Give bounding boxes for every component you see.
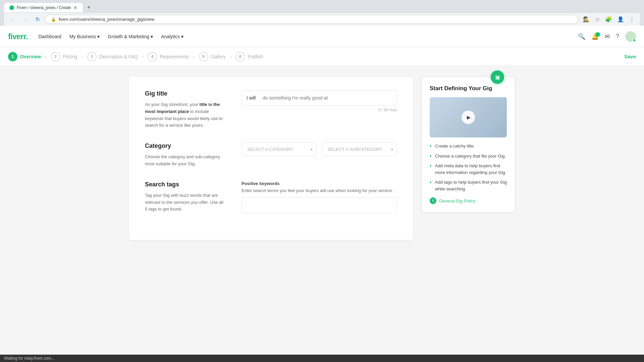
growth-chevron: ▾ (151, 34, 153, 39)
browser-toolbar: ← → ↻ 🔒 fiverr.com/users/sheena_jones/ma… (4, 12, 640, 26)
subcategory-select-wrapper: SELECT A SUBCATEGORY ▾ (322, 142, 397, 156)
char-count: 0 / 80 max (241, 108, 397, 112)
nav-my-business[interactable]: My Business ▾ (69, 34, 100, 39)
positive-keywords-desc: Enter search terms you feel your buyers … (241, 187, 397, 194)
policy-link[interactable]: f General Gig Policy (430, 197, 507, 204)
step-circle-2: 2 (51, 52, 60, 61)
nav-growth-marketing[interactable]: Growth & Marketing ▾ (108, 34, 153, 39)
gig-title-row: Gig title As your Gig storefront, your t… (145, 90, 397, 129)
step-circle-6: 6 (235, 52, 245, 61)
avatar-status-dot (633, 39, 636, 42)
category-label: Category (145, 142, 225, 149)
fiverr-logo[interactable]: fiverr. (8, 32, 28, 41)
messages-icon[interactable]: ✉ (605, 33, 610, 40)
search-tags-label-col: Search tags Tag your Gig with buzz words… (145, 181, 225, 213)
sidebar-card: Start Defining Your Gig Create a catchy … (421, 77, 515, 213)
address-bar[interactable]: 🔒 fiverr.com/users/sheena_jones/manage_g… (45, 15, 578, 24)
step-sep-1: › (45, 54, 47, 60)
gig-title-desc: As your Gig storefront, your title is th… (145, 101, 225, 129)
step-pricing[interactable]: 2 Pricing (51, 52, 77, 61)
navbar: fiverr. Dashboard My Business ▾ Growth &… (0, 26, 644, 47)
category-row: Category Choose the category and sub-cat… (145, 142, 397, 168)
step-sep-5: › (230, 54, 231, 60)
tip-1: Create a catchy title. (430, 143, 507, 149)
active-tab[interactable]: Fiverr / sheena_jones / Create ✕ (4, 3, 83, 12)
forward-button[interactable]: → (21, 15, 30, 24)
stop-icon-button[interactable] (491, 70, 504, 84)
category-select-wrapper: SELECT A CATEGORY ▾ (241, 142, 317, 156)
help-icon[interactable]: ? (616, 33, 619, 40)
step-sep-2: › (81, 54, 83, 60)
browser-chrome: Fiverr / sheena_jones / Create ✕ + ← → ↻… (0, 0, 644, 26)
sidebar-title: Start Defining Your Gig (430, 85, 507, 92)
profile-icon[interactable]: 👤 (616, 15, 625, 24)
gig-title-prefix: I will (247, 95, 256, 101)
tab-close-button[interactable]: ✕ (73, 5, 77, 10)
lock-icon: 🔒 (51, 17, 56, 22)
new-tab-button[interactable]: + (84, 3, 94, 12)
search-tags-input-col: Positive keywords Enter search terms you… (241, 181, 397, 213)
menu-icon[interactable]: ⋮ (628, 15, 636, 24)
reload-button[interactable]: ↻ (34, 15, 42, 24)
nav-dashboard[interactable]: Dashboard (38, 34, 61, 39)
category-desc: Choose the category and sub-category mos… (145, 154, 225, 168)
bookmark-icon[interactable]: ☆ (594, 15, 601, 24)
policy-icon: f (430, 197, 436, 204)
nav-analytics[interactable]: Analytics ▾ (161, 34, 183, 39)
step-circle-5: 5 (199, 52, 208, 61)
step-gallery[interactable]: 5 Gallery (199, 52, 226, 61)
step-circle-1: 1 (8, 52, 17, 61)
user-avatar[interactable] (625, 31, 636, 42)
positive-keywords-label: Positive keywords (241, 181, 397, 186)
category-label-col: Category Choose the category and sub-cat… (145, 142, 225, 168)
notification-badge (595, 32, 600, 37)
tab-favicon (9, 5, 14, 10)
back-button[interactable]: ← (8, 15, 17, 24)
step-circle-4: 4 (148, 52, 157, 61)
gig-title-wrapper: I will (241, 90, 397, 106)
gig-title-label-col: Gig title As your Gig storefront, your t… (145, 90, 225, 129)
search-tags-row: Search tags Tag your Gig with buzz words… (145, 181, 397, 213)
url-text: fiverr.com/users/sheena_jones/manage_gig… (59, 17, 573, 22)
step-overview[interactable]: 1 Overview (8, 52, 41, 61)
my-business-chevron: ▾ (97, 34, 100, 39)
gig-title-label: Gig title (145, 90, 225, 97)
play-button[interactable] (462, 111, 475, 124)
stepper: 1 Overview › 2 Pricing › 3 Description &… (0, 47, 644, 66)
search-icon[interactable]: 🔍 (578, 33, 585, 40)
tab-title: Fiverr / sheena_jones / Create (17, 5, 71, 10)
video-thumbnail[interactable] (430, 97, 507, 137)
step-sep-3: › (142, 54, 144, 60)
nav-right: 🔍 🔔 ✉ ? (578, 31, 636, 42)
subcategory-select[interactable]: SELECT A SUBCATEGORY (322, 142, 397, 156)
step-requirements[interactable]: 4 Requirements (148, 52, 189, 61)
analytics-chevron: ▾ (181, 34, 183, 39)
tip-3: Add meta data to help buyers find more i… (430, 163, 507, 176)
category-selects: SELECT A CATEGORY ▾ SELECT A SUBCATEGORY… (241, 142, 397, 156)
nav-links: Dashboard My Business ▾ Growth & Marketi… (38, 34, 183, 39)
step-publish[interactable]: 6 Publish (235, 52, 263, 61)
search-tags-desc: Tag your Gig with buzz words that are re… (145, 192, 225, 213)
tip-2: Choose a category that fits your Gig. (430, 153, 507, 160)
tip-4: Add tags to help buyers find your Gig wh… (430, 179, 507, 192)
search-tags-label: Search tags (145, 181, 225, 188)
save-button[interactable]: Save (624, 54, 636, 59)
step-description-faq[interactable]: 3 Description & FAQ (87, 52, 138, 61)
category-input-col: SELECT A CATEGORY ▾ SELECT A SUBCATEGORY… (241, 142, 397, 156)
sidebar: Start Defining Your Gig Create a catchy … (421, 77, 515, 240)
category-select[interactable]: SELECT A CATEGORY (241, 142, 317, 156)
browser-actions: 🕵 ☆ 🧩 👤 ⋮ (582, 15, 636, 24)
browser-tabs: Fiverr / sheena_jones / Create ✕ + (4, 3, 640, 12)
status-bar: Waiting for relay.fiverr.com... (0, 355, 644, 362)
extensions-icon[interactable]: 🧩 (604, 15, 613, 24)
gig-title-input[interactable] (242, 90, 397, 105)
gig-title-input-col: I will 0 / 80 max (241, 90, 397, 112)
notification-icon[interactable]: 🔔 (591, 33, 599, 40)
main-content: Gig title As your Gig storefront, your t… (121, 77, 523, 240)
step-sep-4: › (193, 54, 195, 60)
tips-list: Create a catchy title. Choose a category… (430, 143, 507, 192)
incognito-icon: 🕵 (582, 15, 591, 24)
step-circle-3: 3 (87, 52, 97, 61)
page-wrapper: Gig title As your Gig storefront, your t… (0, 66, 644, 362)
search-tags-input[interactable] (241, 197, 397, 213)
